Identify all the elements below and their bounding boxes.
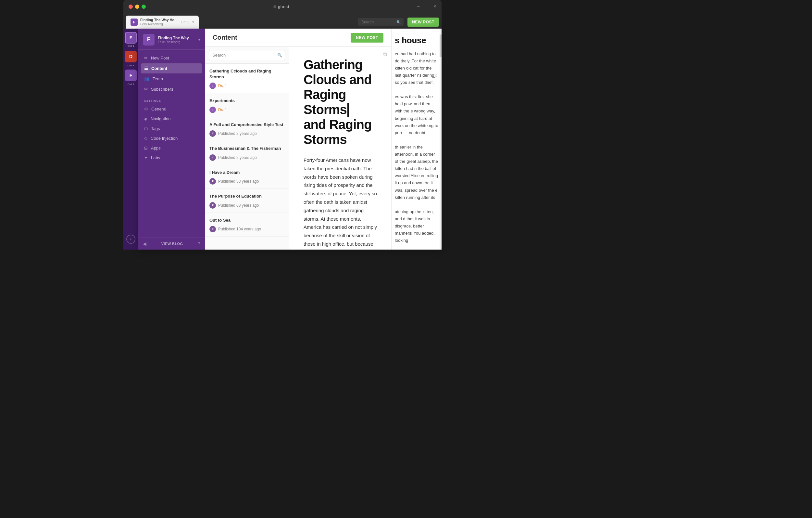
topbar-search-icon: 🔍 (397, 20, 401, 24)
post-avatar: F (209, 83, 216, 89)
window-controls[interactable] (128, 4, 146, 9)
tags-icon: ⬡ (144, 126, 148, 131)
content-icon: ☰ (144, 66, 148, 71)
tab-avatar: F (130, 19, 138, 26)
tab-shortcut: Ctrl 1 (181, 21, 189, 24)
outer-sidebar-item-1[interactable]: D Ctrl 2 (125, 51, 137, 62)
post-item-title: Gathering Cclouds and Raging Storms (209, 68, 284, 80)
sidebar-item-code-injection[interactable]: ◇ Code Injection (141, 134, 202, 143)
post-avatar: F (209, 154, 216, 161)
tab-title: Finding The Way Ho... (140, 18, 177, 22)
article-panel: ⧉ Gathering Clouds and Raging Stormsand … (289, 47, 391, 250)
post-status: Published 68 years ago (218, 203, 259, 208)
post-status: Published 2 years ago (218, 131, 257, 136)
search-container: 🔍 (205, 47, 289, 64)
sidebar-nav: ✏ New Post ☰ Content 👥 Team ✉ Subscriber… (138, 50, 205, 94)
post-item-meta: F Published 104 years ago (209, 226, 284, 233)
outer-sidebar-label-1: Ctrl 2 (127, 64, 134, 67)
outer-sidebar-label-0: Ctrl 1 (127, 45, 134, 48)
post-status: Published 2 years ago (218, 155, 257, 160)
topbar-new-post-button[interactable]: NEW POST (407, 18, 439, 27)
hamburger-icon[interactable]: ≡ (273, 4, 276, 9)
back-icon[interactable]: ◀ (143, 241, 146, 246)
view-blog-button[interactable]: VIEW BLOG (149, 242, 195, 246)
post-status: Draft (218, 108, 227, 112)
close-button[interactable] (128, 4, 133, 9)
sidebar-blog-author: Felix Rieseberg (158, 40, 195, 44)
win-restore-icon[interactable]: □ (425, 4, 428, 9)
win-minimize-icon[interactable]: − (417, 4, 420, 9)
tab-dropdown-icon[interactable]: ▾ (192, 20, 194, 24)
sidebar-item-general[interactable]: ⚙ General (141, 104, 202, 114)
post-item[interactable]: Gathering Cclouds and Raging Storms F Dr… (205, 64, 289, 93)
post-item[interactable]: The Purpose of Education F Published 68 … (205, 189, 289, 213)
scrollbar-thumb[interactable] (440, 34, 441, 57)
article-body: Forty-four Americans have now taken the … (303, 156, 377, 250)
text-cursor (347, 103, 349, 117)
post-avatar: F (209, 130, 216, 137)
outer-sidebar: F Ctrl 1 D Ctrl 2 F Ctrl 3 + (123, 29, 138, 250)
article-title: Gathering Clouds and Raging Stormsand Ra… (303, 57, 377, 147)
app-window: F Finding The Way H... Felix Rieseberg ▾… (138, 29, 441, 250)
blog-selector[interactable]: F Finding The Way H... Felix Rieseberg ▾ (138, 29, 205, 50)
app-tab[interactable]: F Finding The Way Ho... Felix Rieseberg … (126, 16, 199, 29)
post-item-meta: F Draft (209, 107, 284, 113)
post-status-draft: Draft (218, 83, 227, 88)
maximize-button[interactable] (142, 4, 146, 9)
post-item-title: Out to Sea (209, 217, 284, 223)
sidebar-item-apps[interactable]: ⊞ Apps (141, 143, 202, 153)
post-avatar: F (209, 178, 216, 185)
post-list: Gathering Cclouds and Raging Storms F Dr… (205, 64, 289, 250)
settings-label: SETTINGS (141, 94, 202, 104)
app-logo: ghost (278, 4, 289, 9)
labs-icon: ✦ (144, 155, 148, 160)
team-icon: 👥 (144, 76, 149, 81)
post-item-meta: F Draft (209, 83, 284, 89)
help-icon[interactable]: ? (198, 241, 200, 246)
add-site-button[interactable]: + (126, 235, 135, 244)
right-panel-content: en had had nothing to do tirely. For the… (395, 50, 438, 244)
post-item[interactable]: Experiments F Draft (205, 93, 289, 117)
main-header: Content NEW POST (205, 29, 391, 47)
post-item-title: The Businessman & The Fisherman (209, 145, 284, 152)
page-title: Content (213, 34, 237, 41)
outer-sidebar-item-0[interactable]: F Ctrl 1 (125, 32, 137, 44)
sidebar-item-content[interactable]: ☰ Content (141, 63, 202, 74)
main-area: Content NEW POST 🔍 Gathering Cclouds and… (205, 29, 391, 250)
minimize-button[interactable] (135, 4, 139, 9)
right-panel-heading: s house (395, 33, 438, 48)
mail-icon: ✉ (144, 87, 148, 92)
outer-sidebar-label-2: Ctrl 3 (127, 83, 134, 86)
right-panel-peek: s house en had had nothing to do tirely.… (391, 29, 441, 250)
post-item[interactable]: Out to Sea F Published 104 years ago (205, 213, 289, 237)
sidebar-item-subscribers[interactable]: ✉ Subscribers (141, 84, 202, 94)
post-item-meta: F Published 53 years ago (209, 178, 284, 185)
new-post-button[interactable]: NEW POST (351, 33, 383, 43)
sidebar-blog-title: Finding The Way H... (158, 36, 195, 40)
post-item-meta: F Published 2 years ago (209, 154, 284, 161)
post-item[interactable]: I Have a Dream F Published 53 years ago (205, 165, 289, 189)
content-split: 🔍 Gathering Cclouds and Raging Storms F … (205, 47, 391, 250)
scrollbar-track[interactable] (440, 29, 441, 250)
post-item-title: I Have a Dream (209, 170, 284, 175)
sidebar-item-navigation[interactable]: ◈ Navigation (141, 114, 202, 124)
apps-icon: ⊞ (144, 145, 148, 151)
outer-sidebar-item-2[interactable]: F Ctrl 3 (125, 70, 137, 81)
sidebar-bottom: ◀ VIEW BLOG ? (138, 238, 205, 250)
sidebar-item-team[interactable]: 👥 Team (141, 74, 202, 84)
sidebar-item-labs[interactable]: ✦ Labs (141, 153, 202, 162)
post-status: Published 53 years ago (218, 179, 259, 184)
post-item[interactable]: The Businessman & The Fisherman F Publis… (205, 141, 289, 165)
sidebar-item-new-post[interactable]: ✏ New Post (141, 53, 202, 63)
search-wrapper: 🔍 (209, 50, 285, 60)
sidebar-dropdown-icon[interactable]: ▾ (198, 38, 200, 42)
win-close-icon[interactable]: × (433, 4, 436, 9)
article-toolbar: ⧉ (383, 51, 387, 57)
post-item[interactable]: A Full and Comprehensive Style Test F Pu… (205, 117, 289, 141)
sidebar-item-tags[interactable]: ⬡ Tags (141, 124, 202, 133)
article-edit-icon[interactable]: ⧉ (383, 51, 387, 57)
search-input[interactable] (209, 50, 285, 60)
navigation-icon: ◈ (144, 116, 147, 121)
post-list-panel: 🔍 Gathering Cclouds and Raging Storms F … (205, 47, 289, 250)
post-status: Published 104 years ago (218, 227, 261, 231)
